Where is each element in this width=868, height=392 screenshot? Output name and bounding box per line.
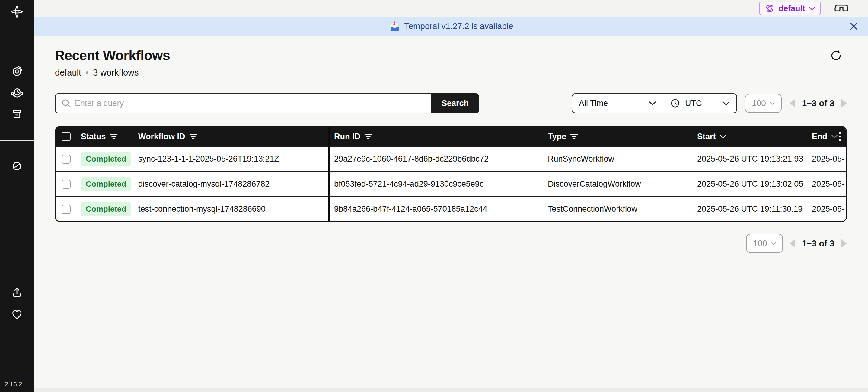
schedules-icon[interactable] xyxy=(10,86,24,100)
archive-icon[interactable] xyxy=(10,108,24,121)
run-id-cell: 9b84a266-b47f-4124-a065-570185a12c44 xyxy=(329,205,543,214)
column-header-end[interactable]: End xyxy=(807,132,846,141)
column-label: End xyxy=(812,132,827,141)
type-cell: TestConnectionWorkflow xyxy=(543,205,692,214)
run-id-cell: 29a27e9c-1060-4617-8d6b-dc229b6dbc72 xyxy=(329,154,543,164)
subtitle-workflow-count: 3 workflows xyxy=(93,68,139,78)
table-row[interactable]: Completed test-connection-mysql-17482866… xyxy=(56,196,846,221)
column-label: Workflow ID xyxy=(138,132,185,141)
namespace-icon xyxy=(765,3,775,13)
separator-dot xyxy=(86,71,88,74)
temporal-logo-icon[interactable] xyxy=(10,5,24,19)
prev-page-icon[interactable] xyxy=(789,99,795,108)
chevron-down-icon xyxy=(649,101,656,106)
status-badge: Completed xyxy=(81,202,131,216)
sidebar-divider xyxy=(0,140,34,141)
column-header-status[interactable]: Status xyxy=(76,132,133,141)
next-page-icon[interactable] xyxy=(841,239,847,248)
page-size-select[interactable]: 100 xyxy=(745,94,782,113)
banner-message[interactable]: Temporal v1.27.2 is available xyxy=(404,22,513,31)
next-page-icon[interactable] xyxy=(841,99,847,108)
main-area: default Temporal v1.27.2 is available xyxy=(34,0,868,392)
nexus-icon[interactable] xyxy=(10,159,24,173)
prev-page-icon[interactable] xyxy=(789,239,795,248)
column-header-start[interactable]: Start xyxy=(692,132,807,141)
filter-icon[interactable] xyxy=(570,133,578,140)
app-version: 2.16.2 xyxy=(4,381,22,388)
pagination-range: 1–3 of 3 xyxy=(802,98,835,109)
workflows-table: Status Workflow ID Run ID xyxy=(55,126,847,222)
column-label: Type xyxy=(548,132,566,141)
refresh-icon[interactable] xyxy=(829,49,843,62)
workflow-id-cell: test-connection-mysql-1748286690 xyxy=(133,205,329,214)
top-bar: default xyxy=(34,0,868,17)
end-cell: 2025-05- xyxy=(807,205,846,214)
row-checkbox[interactable] xyxy=(62,205,71,214)
pagination-top: 1–3 of 3 xyxy=(789,98,847,109)
chevron-down-icon xyxy=(809,6,815,10)
search-button[interactable]: Search xyxy=(431,93,479,113)
banner-close-icon[interactable] xyxy=(849,22,858,31)
inbox-tray-icon xyxy=(389,21,400,32)
column-header-type[interactable]: Type xyxy=(543,132,692,141)
pagination-range: 1–3 of 3 xyxy=(802,239,835,248)
datetime-filter-group: All Time UTC xyxy=(571,93,737,113)
update-banner: Temporal v1.27.2 is available xyxy=(34,17,868,36)
select-all-checkbox[interactable] xyxy=(62,132,71,141)
page-size-value: 100 xyxy=(753,239,767,248)
filter-icon[interactable] xyxy=(189,133,197,140)
status-badge: Completed xyxy=(81,177,131,191)
page-title: Recent Workflows xyxy=(55,48,170,63)
sort-chevron-icon[interactable] xyxy=(831,134,838,139)
search-input[interactable] xyxy=(55,93,431,113)
table-row[interactable]: Completed discover-catalog-mysql-1748286… xyxy=(56,171,846,196)
export-icon[interactable] xyxy=(10,285,24,299)
status-badge: Completed xyxy=(81,152,131,166)
start-cell: 2025-05-26 UTC 19:13:21.93 xyxy=(692,154,807,164)
column-label: Status xyxy=(81,132,106,141)
labs-glasses-icon[interactable] xyxy=(834,3,849,13)
page-size-value: 100 xyxy=(752,98,766,108)
clock-icon xyxy=(670,98,680,109)
row-checkbox[interactable] xyxy=(62,155,71,164)
run-id-cell: bf053fed-5721-4c94-ad29-9130c9ce5e9c xyxy=(329,179,543,189)
chevron-down-icon xyxy=(771,242,776,245)
workflow-id-cell: sync-123-1-1-1-2025-05-26T19:13:21Z xyxy=(133,154,329,164)
favorites-heart-icon[interactable] xyxy=(10,307,24,321)
footer-strip xyxy=(34,388,868,392)
sidebar: 2.16.2 xyxy=(0,0,34,392)
subtitle-namespace: default xyxy=(55,68,81,78)
table-row[interactable]: Completed sync-123-1-1-1-2025-05-26T19:1… xyxy=(56,146,846,171)
column-label: Run ID xyxy=(334,132,360,141)
type-cell: DiscoverCatalogWorkflow xyxy=(543,179,692,189)
type-cell: RunSyncWorkflow xyxy=(543,154,692,164)
page-size-select[interactable]: 100 xyxy=(746,234,783,253)
time-range-value: All Time xyxy=(579,99,608,108)
table-header-row: Status Workflow ID Run ID xyxy=(56,127,846,146)
pinned-column-divider[interactable] xyxy=(329,127,330,221)
sort-chevron-icon[interactable] xyxy=(720,134,726,139)
chevron-down-icon xyxy=(722,101,730,106)
column-label: Start xyxy=(697,132,716,141)
column-header-run-id[interactable]: Run ID xyxy=(329,132,543,141)
timezone-value: UTC xyxy=(685,99,702,108)
namespace-switcher-button[interactable]: default xyxy=(759,1,821,16)
filter-icon[interactable] xyxy=(110,133,118,140)
chevron-down-icon xyxy=(770,102,775,105)
timezone-select[interactable]: UTC xyxy=(663,94,736,113)
namespace-label: default xyxy=(778,4,805,13)
search-group: Search xyxy=(55,93,479,113)
table-menu-kebab-icon[interactable] xyxy=(838,132,841,141)
pagination-bottom: 100 1–3 of 3 xyxy=(55,234,847,253)
start-cell: 2025-05-26 UTC 19:13:02.05 xyxy=(692,179,807,189)
filter-icon[interactable] xyxy=(364,133,372,140)
start-cell: 2025-05-26 UTC 19:11:30.19 xyxy=(692,205,807,214)
workflows-icon[interactable] xyxy=(10,64,24,78)
end-cell: 2025-05- xyxy=(807,179,846,189)
column-header-workflow-id[interactable]: Workflow ID xyxy=(133,132,329,141)
workflow-id-cell: discover-catalog-mysql-1748286782 xyxy=(133,179,329,189)
row-checkbox[interactable] xyxy=(62,180,71,189)
end-cell: 2025-05- xyxy=(807,154,846,164)
time-range-select[interactable]: All Time xyxy=(572,94,663,113)
search-icon xyxy=(61,98,71,109)
